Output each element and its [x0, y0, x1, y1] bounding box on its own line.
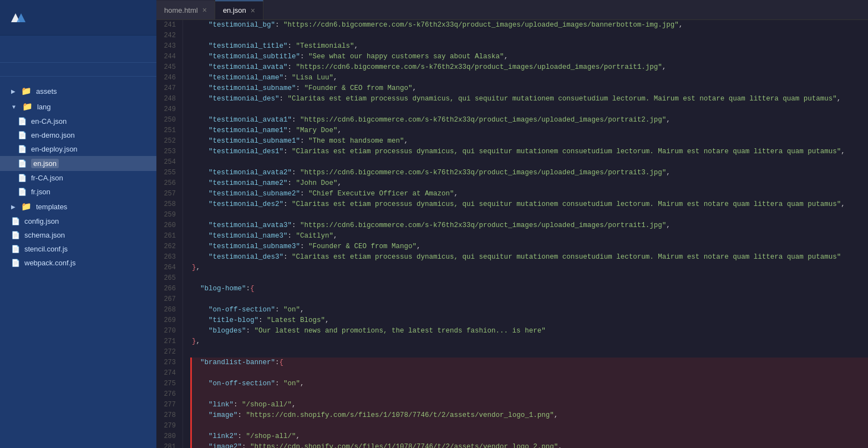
svg-marker-1 — [17, 13, 26, 22]
file-item[interactable]: 📄fr-CA.json — [0, 171, 156, 185]
code-line: "testimonial_name1": "Mary Doe", — [192, 125, 868, 136]
line-number: 259 — [161, 210, 176, 220]
file-item[interactable]: 📄webpack.conf.js — [0, 256, 156, 270]
line-number: 270 — [161, 326, 176, 336]
folder-icon: 📁 — [21, 86, 32, 96]
code-line — [192, 273, 868, 284]
tree-item-label: en-demo.json — [31, 131, 75, 139]
line-number: 271 — [161, 336, 176, 347]
code-line: "testimonial_subname2": "Chief Executive… — [192, 189, 868, 199]
line-number: 242 — [161, 31, 176, 41]
code-line: "testimonial_avata1": "https://cdn6.bigc… — [192, 115, 868, 125]
line-number: 249 — [161, 104, 176, 115]
code-line — [192, 294, 868, 305]
tree-item-label: fr-CA.json — [31, 174, 63, 182]
code-line — [190, 389, 868, 400]
line-number: 263 — [161, 252, 176, 263]
folder-icon: 📁 — [21, 202, 32, 212]
tab-close-button[interactable]: × — [251, 7, 255, 14]
code-line: "brandlist-banner":{ — [190, 358, 868, 368]
file-icon: 📄 — [18, 174, 27, 182]
code-line: "testimonial_title": "Testimonials", — [192, 41, 868, 52]
code-line: }, — [192, 263, 868, 273]
tree-item-label: schema.json — [24, 231, 65, 239]
file-item[interactable]: 📄en-CA.json — [0, 114, 156, 128]
file-icon: 📄 — [11, 217, 20, 225]
line-number: 281 — [161, 442, 176, 448]
editor-tab[interactable]: home.html× — [156, 1, 215, 19]
code-editor[interactable]: 2412422432442452462472482492502512522532… — [156, 20, 868, 448]
code-line — [192, 157, 868, 168]
code-line: "testimonial_avata3": "https://cdn6.bigc… — [192, 220, 868, 231]
code-line: "image": "https://cdn.shopify.com/s/file… — [190, 410, 868, 421]
line-number: 266 — [161, 284, 176, 294]
editor-tab[interactable]: en.json× — [215, 1, 263, 19]
line-number: 252 — [161, 136, 176, 147]
file-item[interactable]: 📄en-demo.json — [0, 128, 156, 142]
file-icon: 📄 — [18, 117, 27, 125]
tab-label: home.html — [164, 6, 198, 14]
sidebar-header — [0, 0, 156, 36]
folder-arrow-icon: ▼ — [11, 104, 17, 110]
tab-label: en.json — [223, 6, 246, 14]
tree-item-label: fr.json — [31, 188, 50, 196]
code-line: "testimonial_des": "Claritas est etiam p… — [192, 94, 868, 104]
line-number: 247 — [161, 83, 176, 94]
code-line: "testimonial_subname": "Founder & CEO fr… — [192, 83, 868, 94]
line-number: 262 — [161, 241, 176, 252]
code-line: "testimonial_subname3": "Founder & CEO f… — [192, 241, 868, 252]
line-number: 251 — [161, 125, 176, 136]
tree-item-label: webpack.conf.js — [24, 259, 76, 267]
file-item[interactable]: 📄en.json — [0, 156, 156, 171]
file-item[interactable]: 📄schema.json — [0, 228, 156, 242]
code-line: "testimonial_avata2": "https://cdn6.bigc… — [192, 168, 868, 178]
line-number: 257 — [161, 189, 176, 199]
tree-item-label: en-deploy.json — [31, 145, 78, 153]
line-number: 255 — [161, 168, 176, 178]
code-content[interactable]: "testimonial_bg": "https://cdn6.bigcomme… — [183, 20, 868, 448]
code-line: "testimonial_des3": "Claritas est etiam … — [192, 252, 868, 263]
code-line: "image2": "https://cdn.shopify.com/s/fil… — [190, 442, 868, 448]
code-line — [192, 347, 868, 358]
file-item[interactable]: 📄config.json — [0, 214, 156, 228]
line-number: 272 — [161, 347, 176, 358]
code-line: "testimonial_name": "Lisa Luu", — [192, 73, 868, 83]
line-number: 254 — [161, 157, 176, 168]
code-line: "testimonial_des1": "Claritas est etiam … — [192, 147, 868, 157]
folder-arrow-icon: ▶ — [11, 88, 16, 94]
collapse-button[interactable] — [139, 46, 145, 48]
line-number: 241 — [161, 20, 176, 31]
logo-icon — [9, 9, 27, 27]
line-number: 276 — [161, 389, 176, 400]
code-line: "on-off-section": "on", — [192, 305, 868, 315]
line-number: 260 — [161, 220, 176, 231]
file-item[interactable]: 📄stencil.conf.js — [0, 242, 156, 256]
logo — [9, 9, 31, 27]
line-number: 245 — [161, 62, 176, 73]
line-numbers: 2412422432442452462472482492502512522532… — [156, 20, 183, 448]
theme-details — [11, 46, 13, 57]
line-number: 278 — [161, 410, 176, 421]
tree-item-label: config.json — [24, 217, 59, 225]
code-line: "testimonial_subname1": "The most handso… — [192, 136, 868, 147]
file-icon: 📄 — [18, 159, 27, 168]
tab-close-button[interactable]: × — [202, 6, 207, 14]
folder-arrow-icon: ▶ — [11, 204, 16, 210]
line-number: 264 — [161, 263, 176, 273]
line-number: 274 — [161, 368, 176, 379]
tabs-bar: home.html×en.json× — [156, 0, 868, 20]
file-icon: 📄 — [11, 259, 20, 267]
line-number: 273 — [161, 358, 176, 368]
line-number: 268 — [161, 305, 176, 315]
folder-item[interactable]: ▶📁assets — [0, 83, 156, 99]
code-line: "link2": "/shop-all/", — [190, 431, 868, 442]
line-number: 244 — [161, 52, 176, 62]
file-item[interactable]: 📄en-deploy.json — [0, 142, 156, 156]
folder-item[interactable]: ▶📁templates — [0, 199, 156, 214]
edit-theme-section[interactable] — [0, 62, 156, 77]
file-icon: 📄 — [11, 245, 20, 253]
line-number: 253 — [161, 147, 176, 157]
folder-item[interactable]: ▼📁lang — [0, 99, 156, 114]
file-item[interactable]: 📄fr.json — [0, 185, 156, 199]
sidebar: ▶📁assets▼📁lang📄en-CA.json📄en-demo.json📄e… — [0, 0, 156, 448]
